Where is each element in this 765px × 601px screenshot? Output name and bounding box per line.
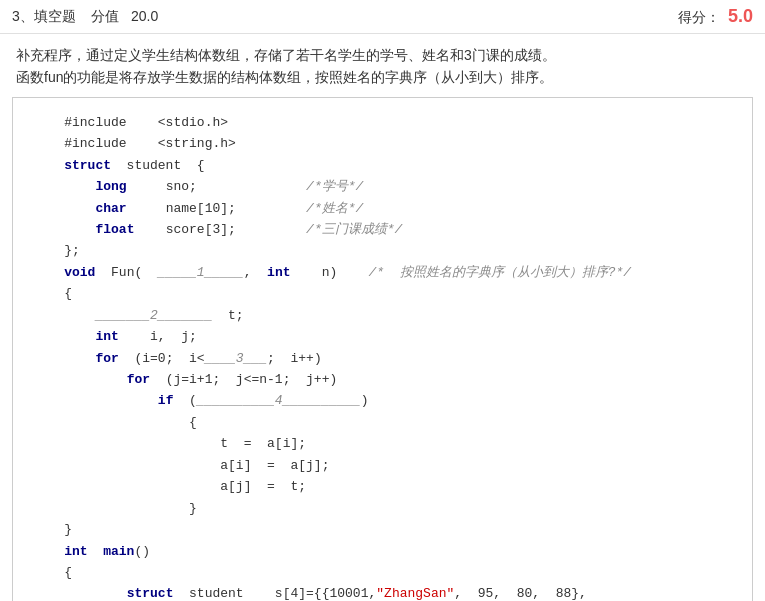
code-line-13: for (j=i+1; j<=n-1; j++) bbox=[33, 369, 732, 390]
code-line-10: _______2_______ t; bbox=[33, 305, 732, 326]
code-line-7: }; bbox=[33, 240, 732, 261]
score-max: 20.0 bbox=[131, 8, 158, 24]
code-line-3: struct student { bbox=[33, 155, 732, 176]
description-line2: 函数fun的功能是将存放学生数据的结构体数组，按照姓名的字典序（从小到大）排序。 bbox=[16, 66, 749, 88]
code-line-20: } bbox=[33, 519, 732, 540]
score-earned-value: 5.0 bbox=[728, 6, 753, 26]
code-line-18: a[j] = t; bbox=[33, 476, 732, 497]
code-line-16: t = a[i]; bbox=[33, 433, 732, 454]
question-type: 3、填空题 分值 20.0 bbox=[12, 8, 158, 26]
code-block: #include <stdio.h> #include <string.h> s… bbox=[12, 97, 753, 601]
score-label: 分值 bbox=[91, 8, 119, 24]
description-line1: 补充程序，通过定义学生结构体数组，存储了若干名学生的学号、姓名和3门课的成绩。 bbox=[16, 44, 749, 66]
code-line-14: if (__________4__________) bbox=[33, 390, 732, 411]
code-line-21: int main() bbox=[33, 541, 732, 562]
header: 3、填空题 分值 20.0 得分： 5.0 bbox=[0, 0, 765, 34]
code-line-11: int i, j; bbox=[33, 326, 732, 347]
code-line-4: long sno; /*学号*/ bbox=[33, 176, 732, 197]
score-earned-label: 得分： 5.0 bbox=[678, 6, 753, 27]
code-line-19: } bbox=[33, 498, 732, 519]
question-type-text: 3、填空题 bbox=[12, 8, 76, 24]
code-line-5: char name[10]; /*姓名*/ bbox=[33, 198, 732, 219]
code-line-9: { bbox=[33, 283, 732, 304]
code-line-12: for (i=0; i<____3___; i++) bbox=[33, 348, 732, 369]
code-line-2: #include <string.h> bbox=[33, 133, 732, 154]
code-line-8: void Fun( _____1_____, int n) /* 按照姓名的字典… bbox=[33, 262, 732, 283]
description: 补充程序，通过定义学生结构体数组，存储了若干名学生的学号、姓名和3门课的成绩。 … bbox=[0, 34, 765, 97]
code-line-17: a[i] = a[j]; bbox=[33, 455, 732, 476]
code-line-1: #include <stdio.h> bbox=[33, 112, 732, 133]
code-line-6: float score[3]; /*三门课成绩*/ bbox=[33, 219, 732, 240]
code-line-22: { bbox=[33, 562, 732, 583]
code-line-15: { bbox=[33, 412, 732, 433]
code-line-23: struct student s[4]={{10001,"ZhangSan", … bbox=[33, 583, 732, 601]
